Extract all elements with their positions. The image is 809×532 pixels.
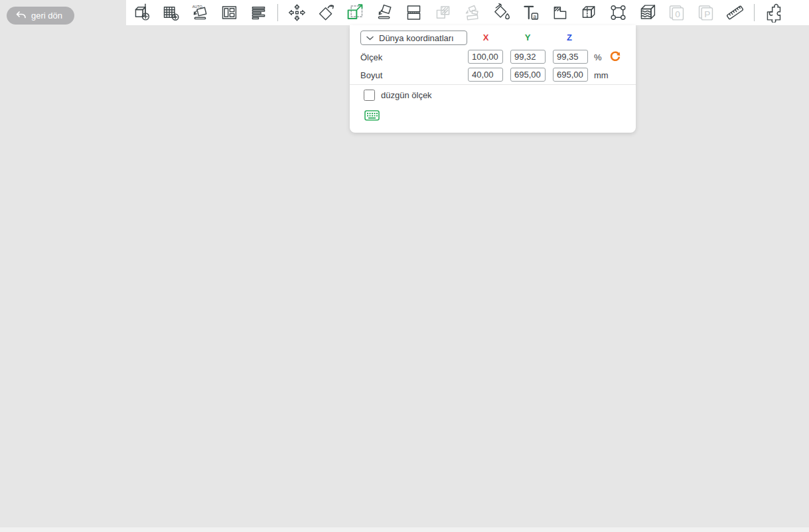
scale-panel: Dünya koordinatları X Y Z Ölçek % Boyut … xyxy=(350,25,636,133)
build-plate-front xyxy=(321,436,413,464)
scale-unit: % xyxy=(594,52,602,62)
size-x-input[interactable] xyxy=(468,68,503,82)
undo-icon xyxy=(16,11,27,21)
scale-row-label: Ölçek xyxy=(360,52,382,62)
cut-icon[interactable] xyxy=(579,3,599,23)
layers-icon[interactable] xyxy=(637,3,658,23)
toolbar-separator xyxy=(277,4,278,21)
text-tool-icon[interactable]: a xyxy=(520,3,541,23)
doc-zero-icon: 0 xyxy=(666,3,687,23)
axis-header-x: X xyxy=(479,33,492,42)
axis-header-y: Y xyxy=(521,33,534,42)
uniform-scale-checkbox[interactable] xyxy=(364,90,375,101)
size-y-input[interactable] xyxy=(510,68,546,82)
coordinate-system-value: Dünya koordinatları xyxy=(379,33,454,43)
axis-header-z: Z xyxy=(563,33,576,42)
svg-text:a: a xyxy=(534,14,537,20)
plugins-puzzle-icon[interactable] xyxy=(763,3,784,23)
main-toolbar: AUTO xyxy=(126,0,809,25)
svg-text:P: P xyxy=(704,9,710,19)
scale-icon[interactable] xyxy=(345,3,366,23)
uniform-scale-label: düzgün ölçek xyxy=(381,90,432,100)
move-icon[interactable] xyxy=(287,3,307,23)
scale-handle-top[interactable] xyxy=(354,217,368,230)
scale-guide-lines xyxy=(268,425,465,452)
combine-icon xyxy=(433,3,453,23)
svg-text:AUTO: AUTO xyxy=(192,5,202,9)
axis-tick-green-back xyxy=(308,423,313,425)
size-z-input[interactable] xyxy=(553,68,588,82)
toolbar-separator xyxy=(754,4,755,21)
chevron-down-icon xyxy=(366,36,374,40)
auto-arrange-icon[interactable]: AUTO xyxy=(190,3,210,23)
support-icon xyxy=(462,3,482,23)
build-plate xyxy=(327,416,413,442)
split-icon[interactable] xyxy=(404,3,424,23)
scale-handle-left[interactable] xyxy=(246,435,273,459)
back-button-label: geri dön xyxy=(31,11,62,21)
coordinate-system-dropdown[interactable]: Dünya koordinatları xyxy=(360,31,467,45)
infill-icon[interactable] xyxy=(550,3,570,23)
keyboard-icon[interactable] xyxy=(364,110,380,123)
scale-y-input[interactable] xyxy=(510,50,546,64)
reset-scale-icon[interactable] xyxy=(609,50,622,64)
doc-p-icon: P xyxy=(696,3,716,23)
panel-divider xyxy=(350,84,636,85)
uniform-scale-row: düzgün ölçek xyxy=(364,90,432,101)
back-button[interactable]: geri dön xyxy=(7,7,74,25)
scale-handle-bottom[interactable] xyxy=(364,426,385,449)
scale-handle-right[interactable] xyxy=(466,421,487,442)
align-lines-icon[interactable] xyxy=(248,3,269,23)
axis-tick-green-front xyxy=(323,464,325,469)
add-model-icon[interactable] xyxy=(131,3,152,23)
add-grid-icon[interactable] xyxy=(161,3,181,23)
rotate-icon[interactable] xyxy=(316,3,336,23)
ruler-icon[interactable] xyxy=(725,3,745,23)
size-row-label: Boyut xyxy=(360,70,382,80)
model-green-ring[interactable] xyxy=(257,230,465,432)
layout-panels-icon[interactable] xyxy=(219,3,240,23)
lay-flat-icon[interactable] xyxy=(374,3,395,23)
cage-frame-icon[interactable] xyxy=(608,3,628,23)
scale-z-input[interactable] xyxy=(553,50,588,64)
size-unit: mm xyxy=(594,70,609,80)
paint-icon[interactable] xyxy=(491,3,512,23)
scale-x-input[interactable] xyxy=(468,50,503,64)
bottom-strip xyxy=(0,527,809,532)
svg-text:0: 0 xyxy=(675,9,680,19)
